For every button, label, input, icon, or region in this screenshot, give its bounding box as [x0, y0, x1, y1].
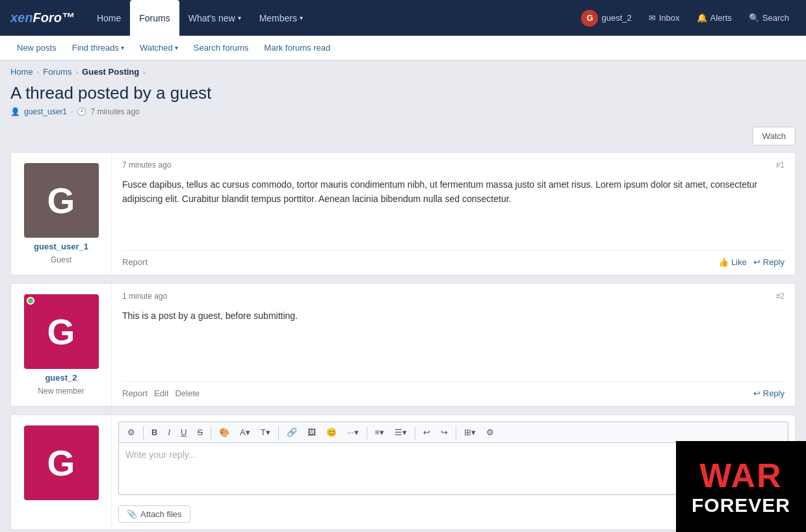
- subnav-find-threads[interactable]: Find threads ▾: [66, 36, 131, 60]
- subnav-mark-read[interactable]: Mark forums read: [257, 36, 337, 60]
- post-1-avatar-letter: G: [47, 180, 75, 222]
- author-icon: 👤: [10, 107, 20, 116]
- post-2-header: 1 minute ago #2: [122, 292, 785, 301]
- toolbar-table[interactable]: ⊞▾: [460, 425, 480, 440]
- post-1-username[interactable]: guest_user_1: [34, 242, 88, 251]
- toolbar-sep-2: [211, 426, 211, 439]
- watched-label: Watched: [140, 43, 173, 53]
- toolbar-sep-5: [415, 426, 415, 439]
- post-2-delete[interactable]: Delete: [175, 388, 200, 398]
- like-icon: 👍: [718, 257, 729, 267]
- toolbar-list[interactable]: ☰▾: [390, 425, 411, 440]
- toolbar-image[interactable]: 🖼: [303, 425, 320, 440]
- reply-icon-2: ↩: [753, 388, 760, 398]
- post-1-text: Fusce dapibus, tellus ac cursus commodo,…: [122, 177, 785, 240]
- post-2-actions-left: Report Edit Delete: [122, 388, 200, 398]
- toolbar-underline[interactable]: U: [176, 425, 191, 440]
- post-1-sidebar: G guest_user_1 Guest: [11, 153, 112, 275]
- post-1-num: #1: [776, 160, 785, 170]
- post-1-body: 7 minutes ago #1 Fusce dapibus, tellus a…: [112, 153, 795, 275]
- find-threads-label: Find threads: [72, 43, 119, 53]
- reply-submit-button[interactable]: ↩ Reply: [736, 502, 788, 521]
- inbox-icon: ✉: [649, 13, 656, 23]
- attach-files-button[interactable]: 📎 Attach files: [118, 505, 190, 523]
- alerts-button[interactable]: 🔔 Alerts: [690, 9, 738, 27]
- toolbar-strikethrough[interactable]: S: [192, 425, 207, 440]
- breadcrumb-forums[interactable]: Forums: [43, 67, 72, 77]
- nav-home[interactable]: Home: [88, 0, 130, 36]
- post-2-edit[interactable]: Edit: [154, 388, 168, 398]
- toolbar-sep-3: [278, 426, 279, 439]
- online-indicator: [27, 297, 34, 305]
- toolbar-link[interactable]: 🔗: [282, 425, 302, 440]
- logo-foro: Foro: [32, 10, 61, 25]
- post-1-role: Guest: [51, 255, 72, 264]
- toolbar-bold[interactable]: B: [147, 425, 162, 440]
- inbox-label: Inbox: [659, 13, 680, 23]
- post-1-footer: Report 👍 Like ↩ Reply: [122, 250, 785, 267]
- post-2-num: #2: [776, 292, 785, 301]
- watch-button[interactable]: Watch: [753, 127, 796, 146]
- user-menu[interactable]: G guest_2: [575, 6, 638, 31]
- post-1-header: 7 minutes ago #1: [122, 160, 785, 170]
- search-icon: 🔍: [749, 13, 759, 23]
- toolbar-redo[interactable]: ↪: [436, 425, 452, 440]
- post-1-actions-left: Report: [122, 257, 148, 267]
- toolbar-italic[interactable]: I: [163, 425, 175, 440]
- breadcrumb-home[interactable]: Home: [10, 67, 33, 77]
- post-2-reply[interactable]: ↩ Reply: [753, 388, 785, 398]
- editor-text-area[interactable]: Write your reply...: [118, 443, 788, 495]
- post-2-report[interactable]: Report: [122, 388, 148, 398]
- post-1-report[interactable]: Report: [122, 257, 148, 267]
- breadcrumb-sep-3: ›: [143, 68, 146, 76]
- thread-time: 7 minutes ago: [90, 107, 139, 116]
- toolbar-size[interactable]: T▾: [256, 425, 275, 440]
- breadcrumb: Home › Forums › Guest Posting ›: [0, 60, 806, 83]
- toolbar-undo[interactable]: ↩: [419, 425, 435, 440]
- editor-toolbar: ⚙ B I U S 🎨 A▾ T▾ 🔗 🖼 😊 ···▾ ≡▾ ☰▾ ↩: [118, 422, 788, 443]
- paperclip-icon: 📎: [127, 509, 137, 519]
- toolbar-font[interactable]: A▾: [235, 425, 255, 440]
- breadcrumb-current: Guest Posting: [82, 67, 139, 77]
- toolbar-emoji[interactable]: 😊: [322, 425, 341, 440]
- alerts-label: Alerts: [710, 13, 732, 23]
- thread-author[interactable]: guest_user1: [24, 107, 67, 116]
- breadcrumb-sep-1: ›: [37, 68, 40, 76]
- post-1-avatar: G: [24, 163, 99, 238]
- nav-right: G guest_2 ✉ Inbox 🔔 Alerts 🔍 Search: [575, 6, 796, 31]
- toolbar-settings[interactable]: ⚙: [482, 425, 499, 440]
- inbox-button[interactable]: ✉ Inbox: [642, 9, 686, 27]
- meta-dot: ·: [71, 107, 73, 116]
- nav-whats-new[interactable]: What's new ▾: [179, 0, 250, 36]
- search-label: Search: [762, 13, 789, 23]
- reply-avatar: G: [24, 425, 99, 500]
- attach-label: Attach files: [140, 509, 182, 519]
- post-2-username[interactable]: guest_2: [45, 373, 77, 383]
- post-1-actions-right: 👍 Like ↩ Reply: [718, 257, 785, 267]
- post-2-role: New member: [38, 386, 84, 396]
- clock-icon: 🕐: [77, 107, 86, 116]
- whats-new-label: What's new: [188, 13, 235, 23]
- subnav-watched[interactable]: Watched ▾: [133, 36, 185, 60]
- find-threads-chevron-icon: ▾: [121, 44, 124, 51]
- post-1-reply[interactable]: ↩ Reply: [753, 257, 785, 267]
- search-button[interactable]: 🔍 Search: [742, 9, 796, 27]
- nav-members[interactable]: Members ▾: [250, 0, 312, 36]
- toolbar-format-btn[interactable]: ⚙: [123, 425, 140, 440]
- post-1-like[interactable]: 👍 Like: [718, 257, 747, 267]
- nav-items: Home Forums What's new ▾ Members ▾: [88, 0, 575, 36]
- post-1: G guest_user_1 Guest 7 minutes ago #1 Fu…: [10, 152, 796, 275]
- nav-forums[interactable]: Forums: [130, 0, 179, 36]
- post-2-avatar-letter: G: [47, 311, 75, 353]
- reply-submit-label: Reply: [757, 507, 778, 516]
- post-2-sidebar: G guest_2 New member: [11, 284, 112, 406]
- subnav-new-posts[interactable]: New posts: [10, 36, 63, 60]
- toolbar-align[interactable]: ≡▾: [370, 425, 389, 440]
- subnav-search-forums[interactable]: Search forums: [187, 36, 255, 60]
- toolbar-more[interactable]: ···▾: [343, 425, 363, 440]
- post-2: G guest_2 New member 1 minute ago #2 Thi…: [10, 283, 796, 407]
- post-1-time: 7 minutes ago: [122, 160, 171, 170]
- post-2-body: 1 minute ago #2 This is a post by a gues…: [112, 284, 795, 406]
- bell-icon: 🔔: [697, 13, 707, 23]
- toolbar-color[interactable]: 🎨: [214, 425, 234, 440]
